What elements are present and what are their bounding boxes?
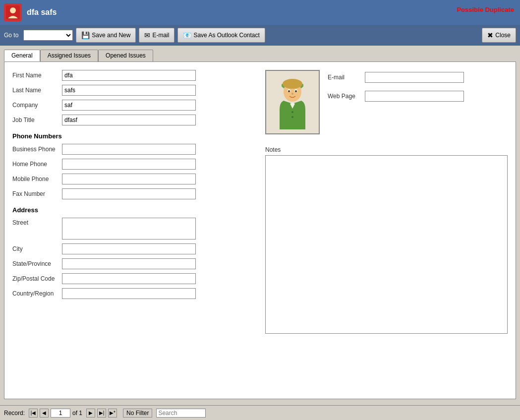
zip-postal-input[interactable] <box>62 273 196 284</box>
title-bar: dfa safs Possible Duplicate <box>0 0 520 25</box>
no-filter-button[interactable]: No Filter <box>123 409 152 418</box>
save-and-new-label: Save and New <box>92 32 130 39</box>
goto-label: Go to <box>4 32 18 39</box>
business-phone-label: Business Phone <box>12 146 62 153</box>
fax-number-input[interactable] <box>62 188 196 199</box>
svg-point-9 <box>295 90 297 92</box>
close-button[interactable]: ✖ Close <box>482 28 516 43</box>
street-label: Street <box>12 219 62 226</box>
email-row: E-mail <box>328 72 464 83</box>
svg-point-5 <box>283 79 302 89</box>
company-input[interactable] <box>62 100 196 111</box>
country-region-label: Country/Region <box>12 290 62 297</box>
zip-postal-row: Zip/Postal Code <box>12 273 255 284</box>
svg-point-12 <box>291 116 293 118</box>
street-input[interactable] <box>62 218 196 240</box>
record-number-input[interactable] <box>51 409 70 418</box>
address-heading: Address <box>12 206 255 214</box>
record-label: Record: <box>4 410 25 417</box>
notes-label: Notes <box>265 146 508 153</box>
web-page-input[interactable] <box>365 91 464 102</box>
state-province-row: State/Province <box>12 258 255 269</box>
possible-duplicate-badge: Possible Duplicate <box>457 6 514 13</box>
title-text: dfa safs <box>27 8 57 17</box>
avatar <box>265 70 320 134</box>
company-label: Company <box>12 102 62 109</box>
record-total: of 1 <box>72 410 82 417</box>
right-column: E-mail Web Page Notes <box>265 70 508 335</box>
svg-point-1 <box>10 7 16 13</box>
first-name-row: First Name <box>12 70 255 81</box>
save-and-new-button[interactable]: 💾 Save and New <box>76 28 136 43</box>
prev-record-button[interactable]: ◀ <box>40 409 49 418</box>
city-input[interactable] <box>62 243 196 254</box>
job-title-row: Job Title <box>12 115 255 125</box>
home-phone-row: Home Phone <box>12 159 255 170</box>
country-region-input[interactable] <box>62 288 196 299</box>
email-input[interactable] <box>365 72 464 83</box>
first-name-input[interactable] <box>62 70 196 81</box>
last-name-input[interactable] <box>62 85 196 96</box>
tab-opened-issues[interactable]: Opened Issues <box>98 50 153 61</box>
home-phone-label: Home Phone <box>12 161 62 168</box>
street-row: Street <box>12 218 255 240</box>
mobile-phone-label: Mobile Phone <box>12 176 62 182</box>
state-province-label: State/Province <box>12 260 62 267</box>
main-content: General Assigned Issues Opened Issues Fi… <box>0 46 520 405</box>
job-title-label: Job Title <box>12 117 62 123</box>
form-panel: First Name Last Name Company Job Title P… <box>4 61 516 399</box>
fax-number-row: Fax Number <box>12 188 255 199</box>
close-icon: ✖ <box>487 31 493 39</box>
notes-textarea[interactable] <box>265 155 508 334</box>
svg-point-11 <box>291 111 293 113</box>
email-button[interactable]: ✉ E-mail <box>139 28 174 43</box>
left-column: First Name Last Name Company Job Title P… <box>12 70 255 335</box>
city-label: City <box>12 245 62 252</box>
web-page-row: Web Page <box>328 91 464 102</box>
new-record-button[interactable]: ▶* <box>108 409 117 418</box>
save-new-icon: 💾 <box>81 31 90 39</box>
zip-postal-label: Zip/Postal Code <box>12 275 62 282</box>
svg-point-8 <box>288 90 290 92</box>
save-as-outlook-button[interactable]: 📧 Save As Outlook Contact <box>177 28 265 43</box>
goto-select[interactable] <box>23 30 73 41</box>
mobile-phone-input[interactable] <box>62 174 196 184</box>
right-top-area: E-mail Web Page <box>265 70 508 139</box>
state-province-input[interactable] <box>62 258 196 269</box>
last-name-label: Last Name <box>12 87 62 94</box>
country-region-row: Country/Region <box>12 288 255 299</box>
tabs: General Assigned Issues Opened Issues <box>4 50 516 61</box>
web-page-label: Web Page <box>328 93 365 100</box>
close-label: Close <box>495 32 511 39</box>
email-icon: ✉ <box>144 31 150 39</box>
tab-general[interactable]: General <box>4 50 40 61</box>
city-row: City <box>12 243 255 254</box>
outlook-icon: 📧 <box>183 31 191 39</box>
svg-point-10 <box>291 93 293 95</box>
save-as-outlook-label: Save As Outlook Contact <box>193 32 259 39</box>
business-phone-row: Business Phone <box>12 144 255 155</box>
company-row: Company <box>12 100 255 111</box>
first-name-label: First Name <box>12 72 62 79</box>
next-record-button[interactable]: ▶ <box>86 409 95 418</box>
phone-numbers-heading: Phone Numbers <box>12 132 255 140</box>
email-label: E-mail <box>328 74 365 81</box>
toolbar: Go to 💾 Save and New ✉ E-mail 📧 Save As … <box>0 25 520 46</box>
status-bar: Record: |◀ ◀ of 1 ▶ ▶| ▶* No Filter <box>0 405 520 420</box>
first-record-button[interactable]: |◀ <box>29 409 38 418</box>
fax-number-label: Fax Number <box>12 190 62 197</box>
search-input[interactable] <box>156 409 206 418</box>
mobile-phone-row: Mobile Phone <box>12 174 255 184</box>
last-name-row: Last Name <box>12 85 255 96</box>
job-title-input[interactable] <box>62 115 196 125</box>
app-icon <box>4 3 22 21</box>
home-phone-input[interactable] <box>62 159 196 170</box>
email-label: E-mail <box>152 32 169 39</box>
last-record-button[interactable]: ▶| <box>97 409 106 418</box>
tab-assigned-issues[interactable]: Assigned Issues <box>40 50 98 61</box>
business-phone-input[interactable] <box>62 144 196 155</box>
